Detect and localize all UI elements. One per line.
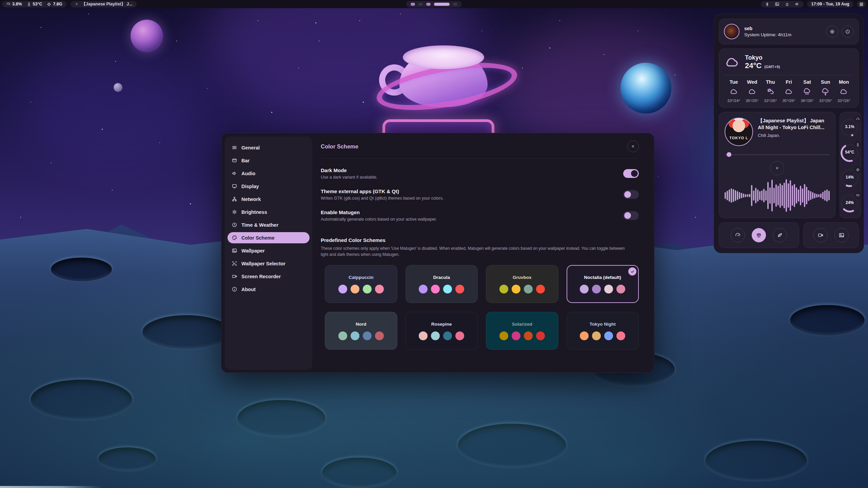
sidebar-item-wallpaper-selector[interactable]: Wallpaper Selector [228, 258, 310, 269]
sidebar-item-screen-recorder[interactable]: Screen Recorder [228, 271, 310, 282]
sidebar-item-bar[interactable]: Bar [228, 155, 310, 166]
setting-description: Use a dark variant if available. [321, 175, 377, 180]
forecast-day: Mon33°/26° [835, 79, 852, 103]
forecast-day: Sat36°/26° [799, 79, 816, 103]
dark-mode-toggle[interactable] [623, 169, 639, 178]
track-artist: Chill Japan. [758, 133, 830, 138]
bluetooth-icon[interactable] [765, 2, 769, 6]
day-label: Fri [786, 79, 792, 85]
earth-planet [620, 63, 671, 114]
seek-slider[interactable] [725, 152, 830, 157]
power-icon [845, 29, 850, 34]
cpu-gauge-value: 3.1% [840, 124, 860, 129]
sidebar-item-label: Bar [241, 158, 250, 163]
pause-icon [774, 165, 780, 171]
crater [237, 400, 326, 437]
scheme-card-gruvbox[interactable]: Gruvbox [486, 265, 558, 303]
chip-icon [47, 2, 51, 6]
sidebar-item-wallpaper[interactable]: Wallpaper [228, 245, 310, 256]
cpu-usage-value: 3.8% [12, 2, 22, 6]
toggle-knob [631, 170, 638, 177]
sidebar-item-color-scheme[interactable]: Color Scheme [228, 232, 310, 243]
scheme-card-noctalia[interactable]: Noctalia (default) [567, 265, 639, 303]
workspace-dot[interactable] [411, 3, 415, 6]
sidebar-item-network[interactable]: Network [228, 194, 310, 205]
scheme-card-tokyo-night[interactable]: Tokyo Night [567, 312, 639, 350]
clock-pill[interactable]: 17:09 - Tue, 19 Aug [807, 1, 853, 7]
power-profile-card [719, 222, 799, 248]
balanced-profile-button[interactable] [752, 228, 766, 242]
volume-icon[interactable] [795, 2, 800, 6]
color-swatch [375, 285, 384, 293]
media-pill[interactable]: 【Japanese Playlist】 J... [71, 1, 137, 7]
sidebar-item-audio[interactable]: Audio [228, 168, 310, 179]
weather-card: Tokyo 24°C (GMT+9) Tue33°/24° Wed35°/25°… [719, 48, 859, 108]
workspace-dot[interactable] [453, 3, 457, 6]
theme-external-apps-toggle[interactable] [623, 190, 639, 199]
swatch-row [419, 331, 464, 340]
power-button[interactable] [842, 25, 854, 38]
performance-profile-button[interactable] [731, 228, 745, 242]
day-temps: 33°/26° [764, 99, 777, 103]
sidebar-item-label: Time & Weather [241, 222, 278, 228]
check-icon [630, 269, 635, 274]
pause-icon [75, 2, 79, 6]
cup-opening [403, 45, 484, 69]
day-temps: 33°/26° [819, 99, 832, 103]
media-pill-title: 【Japanese Playlist】 J... [82, 1, 133, 7]
workspace-indicator[interactable] [406, 1, 462, 7]
cpu-usage: 3.8% [6, 2, 22, 6]
close-button[interactable] [627, 141, 639, 152]
weather-storm-icon [821, 87, 830, 96]
sidebar-item-display[interactable]: Display [228, 181, 310, 192]
scheme-card-catppuccin[interactable]: Catppuccin [325, 265, 397, 303]
audio-visualizer [725, 179, 830, 212]
settings-button[interactable] [826, 25, 838, 38]
crater [322, 458, 397, 488]
system-gauges: 3.1% 54°C 14% 24% [840, 112, 861, 218]
color-swatch [604, 285, 613, 293]
divider [725, 75, 853, 75]
pause-button[interactable] [770, 161, 784, 175]
workspace-dot[interactable] [426, 3, 431, 6]
purple-planet [131, 20, 163, 52]
workspace-dot[interactable] [434, 3, 450, 6]
temperature-gauge: 54°C [840, 142, 861, 163]
forecast-day: Tue33°/24° [725, 79, 742, 103]
color-swatch [536, 331, 545, 340]
power-saver-profile-button[interactable] [773, 228, 787, 242]
speedometer-icon [6, 2, 11, 6]
chip-icon [854, 166, 862, 174]
sidebar-item-general[interactable]: General [228, 142, 310, 153]
weather-timezone: (GMT+9) [764, 65, 780, 69]
utilities-card [803, 222, 859, 248]
sidebar-item-label: General [241, 145, 260, 150]
scheme-card-rosepine[interactable]: Rosepine [406, 312, 478, 350]
day-label: Sat [803, 79, 811, 85]
workspace-dot[interactable] [418, 3, 423, 6]
weather-city: Tokyo [745, 54, 780, 61]
scheme-card-nord[interactable]: Nord [325, 312, 397, 350]
seek-knob[interactable] [727, 152, 731, 157]
wallpaper-button[interactable] [834, 228, 849, 242]
app-launcher-button[interactable] [857, 1, 866, 7]
sidebar-item-time-weather[interactable]: Time & Weather [228, 219, 310, 230]
user-card: seb System Uptime: 4h11m [719, 19, 859, 44]
notifications-bell-icon[interactable] [785, 2, 789, 6]
color-swatch [616, 285, 625, 293]
wallpaper-icon[interactable] [775, 2, 780, 6]
sidebar-item-brightness[interactable]: Brightness [228, 206, 310, 218]
side-panel: seb System Uptime: 4h11m Tokyo 24°C (GMT… [714, 14, 864, 253]
sidebar-item-about[interactable]: About [228, 284, 310, 295]
color-swatch [580, 331, 589, 340]
color-swatch [375, 331, 384, 340]
color-swatch [580, 285, 589, 293]
sidebar-item-label: About [241, 287, 256, 292]
scheme-name: Rosepine [431, 322, 452, 327]
scheme-card-solarized[interactable]: Solarized [486, 312, 558, 350]
enable-matugen-toggle[interactable] [623, 211, 639, 220]
scheme-card-dracula[interactable]: Dracula [406, 265, 478, 303]
scales-icon [756, 232, 762, 238]
screen-recorder-button[interactable] [813, 228, 828, 242]
thermometer-icon [854, 141, 862, 148]
